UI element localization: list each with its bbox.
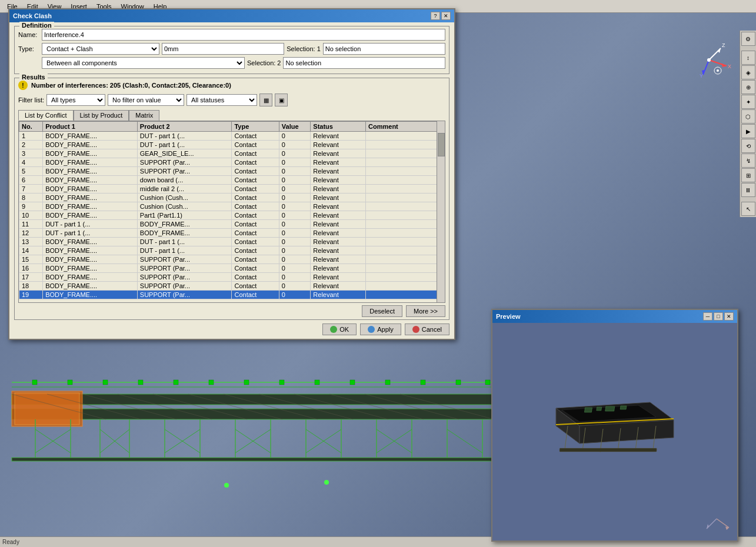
- preview-3d-view: [532, 385, 697, 479]
- preview-window: Preview ─ □ ✕: [491, 309, 738, 542]
- more-button[interactable]: More >>: [406, 305, 445, 317]
- svg-rect-50: [209, 380, 214, 385]
- table-row[interactable]: 12DUT - part 1 (...BODY_FRAME...Contact0…: [19, 229, 445, 238]
- filter-label: Filter list:: [18, 96, 44, 104]
- tab-list-by-conflict[interactable]: List by Conflict: [18, 110, 74, 121]
- table-row[interactable]: 4BODY_FRAME....SUPPORT (Par...Contact0Re…: [19, 158, 445, 167]
- selection1-input[interactable]: [323, 43, 445, 55]
- apply-label: Apply: [377, 326, 394, 333]
- svg-text:Z: Z: [722, 42, 725, 48]
- dialog-action-buttons: OK Apply Cancel: [14, 323, 449, 335]
- tab-list-by-product[interactable]: List by Product: [74, 110, 129, 121]
- toolbar-btn-10[interactable]: Ⅲ: [741, 183, 755, 197]
- toolbar-btn-8[interactable]: ↯: [741, 154, 755, 168]
- svg-point-11: [717, 69, 719, 72]
- svg-rect-56: [421, 380, 425, 385]
- table-row[interactable]: 1BODY_FRAME....DUT - part 1 (...Contact0…: [19, 132, 445, 141]
- type-select[interactable]: Contact + Clash: [42, 43, 159, 55]
- svg-rect-51: [244, 380, 249, 385]
- definition-label: Definition: [19, 22, 54, 29]
- table-row[interactable]: 16BODY_FRAME....SUPPORT (Par...Contact0R…: [19, 264, 445, 273]
- table-row[interactable]: 6BODY_FRAME....down board (...Contact0Re…: [19, 176, 445, 185]
- ok-icon: [330, 326, 337, 333]
- toolbar-btn-4[interactable]: ✦: [741, 95, 755, 109]
- toolbar-btn-7[interactable]: ⟲: [741, 139, 755, 153]
- toolbar-btn-6[interactable]: ▶: [741, 124, 755, 138]
- svg-rect-85: [620, 406, 627, 409]
- table-scrollbar[interactable]: [437, 121, 445, 302]
- between-row: Between all components Selection: 2: [18, 57, 445, 69]
- toolbar-btn-3[interactable]: ⊕: [741, 80, 755, 94]
- table-row[interactable]: 13BODY_FRAME....DUT - part 1 (...Contact…: [19, 238, 445, 246]
- toolbar-btn-1[interactable]: ↕: [741, 51, 755, 65]
- col-comment: Comment: [366, 122, 445, 132]
- preview-minimize-btn[interactable]: ─: [703, 312, 712, 321]
- table-row[interactable]: 11DUT - part 1 (...BODY_FRAME...Contact0…: [19, 220, 445, 229]
- cancel-button[interactable]: Cancel: [405, 323, 449, 335]
- filter-row: Filter list: All types No filter on valu…: [18, 94, 445, 106]
- toolbar-settings-btn[interactable]: ⚙: [741, 32, 755, 46]
- filter-type-select[interactable]: All types: [46, 94, 105, 106]
- apply-button[interactable]: Apply: [360, 323, 401, 335]
- svg-text:X: X: [728, 64, 731, 69]
- table-row[interactable]: 9BODY_FRAME....Cushion (Cush...Contact0R…: [19, 202, 445, 211]
- tab-matrix[interactable]: Matrix: [129, 110, 159, 121]
- preview-titlebar: Preview ─ □ ✕: [492, 310, 737, 323]
- name-input[interactable]: [42, 29, 445, 41]
- toolbar-btn-9[interactable]: ⊞: [741, 168, 755, 182]
- col-no: No.: [19, 122, 43, 132]
- type-label: Type:: [18, 45, 39, 52]
- between-select[interactable]: Between all components: [42, 57, 245, 69]
- table-row[interactable]: 18BODY_FRAME....SUPPORT (Par...Contact0R…: [19, 282, 445, 291]
- table-row[interactable]: 19BODY_FRAME....SUPPORT (Par...Contact0R…: [19, 291, 445, 299]
- table-row[interactable]: 5BODY_FRAME....SUPPORT (Par...Contact0Re…: [19, 167, 445, 176]
- col-value: Value: [279, 122, 311, 132]
- results-group: Results ! Number of interferences: 205 (…: [14, 78, 449, 320]
- preview-close-btn[interactable]: ✕: [724, 312, 734, 321]
- svg-rect-57: [456, 380, 461, 385]
- table-row[interactable]: 14BODY_FRAME....DUT - part 1 (...Contact…: [19, 246, 445, 255]
- cancel-label: Cancel: [422, 326, 442, 333]
- filter-status-select[interactable]: All statuses: [186, 94, 257, 106]
- clash-table: No. Product 1 Product 2 Type Value Statu…: [19, 121, 445, 299]
- scrollbar-thumb[interactable]: [438, 133, 445, 156]
- svg-rect-13: [12, 409, 494, 419]
- svg-rect-46: [68, 380, 72, 385]
- close-button[interactable]: ✕: [441, 12, 451, 20]
- filter-icon2-btn[interactable]: ▣: [275, 94, 288, 106]
- filter-icon1-btn[interactable]: ▦: [259, 94, 272, 106]
- svg-line-2: [703, 60, 709, 75]
- status-text: Ready: [2, 539, 19, 545]
- table-row[interactable]: 15BODY_FRAME....SUPPORT (Par...Contact0R…: [19, 255, 445, 264]
- svg-line-44: [447, 429, 482, 453]
- svg-rect-55: [385, 380, 390, 385]
- help-button[interactable]: ?: [431, 12, 440, 20]
- cancel-icon: [412, 326, 419, 333]
- table-row[interactable]: 2BODY_FRAME....DUT - part 1 (...Contact0…: [19, 141, 445, 149]
- svg-rect-49: [174, 380, 178, 385]
- table-row[interactable]: 17BODY_FRAME....SUPPORT (Par...Contact0R…: [19, 273, 445, 282]
- deselect-button[interactable]: Deselect: [362, 305, 402, 317]
- dialog-title: Check Clash: [13, 12, 52, 19]
- toolbar-btn-5[interactable]: ⬡: [741, 109, 755, 124]
- toolbar-btn-2[interactable]: ◈: [741, 65, 755, 79]
- toolbar-btn-cursor[interactable]: ↖: [741, 202, 755, 216]
- col-product2: Product 2: [137, 122, 232, 132]
- table-row[interactable]: 8BODY_FRAME....Cushion (Cush...Contact0R…: [19, 194, 445, 202]
- table-row[interactable]: 10BODY_FRAME....Part1 (Part1.1)Contact0R…: [19, 211, 445, 220]
- svg-rect-84: [605, 406, 615, 411]
- preview-maximize-btn[interactable]: □: [714, 312, 723, 321]
- table-row[interactable]: 3BODY_FRAME....GEAR_SIDE_LE...Contact0Re…: [19, 149, 445, 158]
- selection2-input[interactable]: [283, 57, 445, 69]
- svg-rect-71: [12, 458, 494, 461]
- svg-rect-93: [559, 448, 657, 452]
- svg-line-95: [717, 519, 729, 528]
- filter-value-select[interactable]: No filter on value: [108, 94, 184, 106]
- conveyor-3d-view: [0, 323, 506, 500]
- ok-label: OK: [339, 326, 349, 333]
- selection1-label: Selection: 1: [287, 45, 320, 52]
- table-row[interactable]: 7BODY_FRAME....middle rail 2 (...Contact…: [19, 185, 445, 194]
- ok-button[interactable]: OK: [322, 323, 357, 335]
- apply-icon: [368, 326, 375, 333]
- clearance-input[interactable]: [162, 43, 284, 55]
